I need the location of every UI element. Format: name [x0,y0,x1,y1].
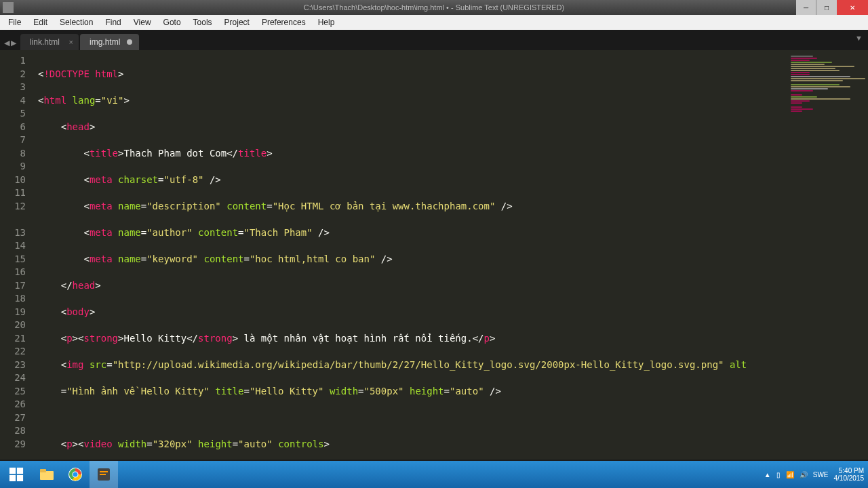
menu-file[interactable]: File [3,18,26,27]
menu-edit[interactable]: Edit [28,18,53,27]
network-icon[interactable]: 📶 [786,471,794,479]
maximize-button[interactable]: □ [816,0,837,15]
svg-rect-12 [100,474,106,475]
tab-label: link.html [30,37,60,47]
svg-rect-0 [9,468,16,474]
sublime-icon [96,467,111,482]
taskbar-explorer[interactable] [33,461,61,488]
close-icon[interactable]: × [69,38,73,46]
menu-goto[interactable]: Goto [158,18,186,27]
tab-label: img.html [90,37,120,47]
title-bar: C:\Users\Thach\Desktop\hoc-htm\img.html … [0,0,868,15]
gutter: 1234567891011121314151617181920212223242… [0,50,33,460]
svg-rect-2 [9,475,16,481]
minimap[interactable] [791,56,865,157]
menu-selection[interactable]: Selection [54,18,98,27]
menu-find[interactable]: Find [100,18,126,27]
app-icon [3,2,14,13]
menu-view[interactable]: View [128,18,157,27]
nav-forward-icon[interactable]: ▶ [11,39,16,47]
chrome-icon [67,466,83,483]
close-button[interactable]: ✕ [837,0,868,15]
menu-project[interactable]: Project [219,18,255,27]
svg-rect-3 [17,475,23,481]
tab-bar: ◀ ▶ link.html × img.html ▼ [0,30,868,50]
editor[interactable]: 1234567891011121314151617181920212223242… [0,50,868,460]
action-center-icon[interactable]: ▯ [776,471,781,479]
tray-up-icon[interactable]: ▲ [764,471,771,479]
window-title: C:\Users\Thach\Desktop\hoc-htm\img.html … [304,3,564,12]
code-area[interactable]: <!DOCTYPE html> <html lang="vi"> <head> … [33,50,868,460]
volume-icon[interactable]: 🔊 [800,471,808,479]
windows-icon [9,467,24,482]
system-tray[interactable]: ▲ ▯ 📶 🔊 SWE 5:40 PM 4/10/2015 [764,467,864,482]
svg-rect-5 [40,469,46,472]
taskbar: ▲ ▯ 📶 🔊 SWE 5:40 PM 4/10/2015 [0,461,868,488]
menu-preferences[interactable]: Preferences [256,18,311,27]
folder-icon [39,467,55,482]
svg-rect-11 [100,471,108,472]
tray-ime[interactable]: SWE [813,471,829,479]
menu-tools[interactable]: Tools [188,18,218,27]
menu-help[interactable]: Help [313,18,340,27]
nav-back-icon[interactable]: ◀ [4,39,9,47]
dirty-dot-icon [127,39,132,45]
tab-dropdown-icon[interactable]: ▼ [855,34,863,42]
minimize-button[interactable]: ─ [796,0,816,15]
menu-bar: File Edit Selection Find View Goto Tools… [0,15,868,30]
tray-clock[interactable]: 5:40 PM 4/10/2015 [834,467,865,482]
taskbar-chrome[interactable] [61,461,90,488]
svg-rect-1 [17,468,23,474]
start-button[interactable] [0,461,33,488]
svg-point-9 [73,472,78,477]
tab-img-html[interactable]: img.html [80,34,139,50]
tab-link-html[interactable]: link.html × [20,34,79,50]
taskbar-sublime[interactable] [90,461,118,488]
